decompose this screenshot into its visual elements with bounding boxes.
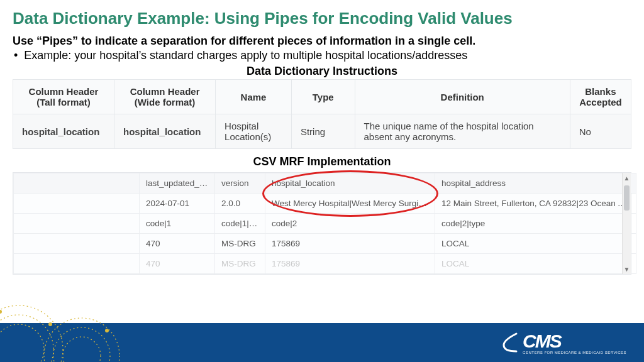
- dict-cell-type: String: [291, 114, 355, 149]
- csv-cell: code|2: [265, 214, 435, 234]
- dict-cell-definition: The unique name of the hospital location…: [355, 114, 570, 149]
- dict-th-blanks: Blanks Accepted: [570, 80, 631, 114]
- scroll-up-icon[interactable]: ▲: [623, 173, 631, 183]
- svg-point-6: [48, 322, 52, 326]
- footer-bar: CMS CENTERS FOR MEDICARE & MEDICAID SERV…: [0, 323, 644, 362]
- svg-point-1: [0, 315, 53, 362]
- dict-th-type: Type: [291, 80, 355, 114]
- csv-cell: code|1|type: [215, 214, 265, 234]
- csv-table: last_updated_on version hospital_locatio…: [13, 173, 636, 274]
- cms-logo: CMS CENTERS FOR MEDICARE & MEDICAID SERV…: [502, 331, 626, 354]
- csv-cell: 175869: [265, 254, 435, 274]
- dict-th-definition: Definition: [355, 80, 570, 114]
- csv-header-row: last_updated_on version hospital_locatio…: [14, 173, 636, 194]
- csv-th-version: version: [215, 173, 265, 194]
- dict-th-wide: Column Header (Wide format): [114, 80, 216, 114]
- csv-cell: [14, 254, 140, 274]
- scroll-down-icon[interactable]: ▼: [623, 264, 631, 274]
- dict-header-row: Column Header (Tall format) Column Heade…: [13, 80, 631, 114]
- example-bullet: • Example: your hospital’s standard char…: [13, 49, 631, 62]
- csv-cell: [14, 194, 140, 214]
- csv-th-hospital-address: hospital_address: [435, 173, 636, 194]
- csv-cell: LOCAL: [435, 234, 636, 254]
- csv-cell: MS-DRG: [215, 254, 265, 274]
- scrollbar-thumb[interactable]: [624, 185, 630, 211]
- csv-cell: 470: [140, 234, 215, 254]
- csv-cell: 175869: [265, 234, 435, 254]
- cms-logo-text: CMS: [523, 331, 561, 351]
- csv-th-last-updated: last_updated_on: [140, 173, 215, 194]
- table-row: 470 MS-DRG 175869 LOCAL: [14, 234, 636, 254]
- svg-point-5: [63, 337, 101, 362]
- csv-cell: 2024-07-01: [140, 194, 215, 214]
- csv-cell: LOCAL: [435, 254, 636, 274]
- subtitle-bold: Use “Pipes” to indicate a separation for…: [13, 35, 631, 48]
- cms-swoosh-icon: [502, 331, 519, 354]
- dict-cell-name: Hospital Location(s): [216, 114, 292, 149]
- csv-panel: last_updated_on version hospital_locatio…: [13, 172, 631, 275]
- csv-cell: 470: [140, 254, 215, 274]
- table-row: code|1 code|1|type code|2 code|2|type: [14, 214, 636, 234]
- dict-cell-blanks: No: [570, 114, 631, 149]
- csv-cell: 2.0.0: [215, 194, 265, 214]
- dict-row: hospital_location hospital_location Hosp…: [13, 114, 631, 149]
- csv-cell: code|1: [140, 214, 215, 234]
- dict-table-wrap: Column Header (Tall format) Column Heade…: [13, 79, 631, 149]
- table-row: 2024-07-01 2.0.0 West Mercy Hospital|Wes…: [14, 194, 636, 214]
- table-row: 470 MS-DRG 175869 LOCAL: [14, 254, 636, 274]
- section-label-dict: Data Dictionary Instructions: [13, 65, 631, 78]
- section-label-csv: CSV MRF Implementation: [13, 155, 631, 168]
- csv-cell: code|2|type: [435, 214, 636, 234]
- decor-circles-icon: [0, 293, 170, 362]
- page-title: Data Dictionary Example: Using Pipes for…: [13, 9, 631, 28]
- scrollbar[interactable]: ▲ ▼: [622, 173, 631, 274]
- svg-point-4: [53, 327, 110, 362]
- dict-cell-wide: hospital_location: [114, 114, 216, 149]
- dict-th-name: Name: [216, 80, 292, 114]
- svg-point-8: [105, 329, 109, 332]
- csv-cell: 12 Main Street, Fullerton, CA 92832|23 O…: [435, 194, 636, 214]
- cms-logo-sub: CENTERS FOR MEDICARE & MEDICAID SERVICES: [523, 351, 626, 354]
- csv-cell: [14, 234, 140, 254]
- csv-cell: West Mercy Hospital|West Mercy Surgical …: [265, 194, 435, 214]
- csv-th-blank: [14, 173, 140, 194]
- csv-cell: [14, 214, 140, 234]
- csv-th-hospital-location: hospital_location: [265, 173, 435, 194]
- csv-cell: MS-DRG: [215, 234, 265, 254]
- dict-cell-tall: hospital_location: [13, 114, 114, 149]
- svg-point-2: [0, 324, 44, 362]
- svg-point-7: [0, 310, 2, 314]
- dict-table: Column Header (Tall format) Column Heade…: [13, 79, 631, 149]
- dict-th-tall: Column Header (Tall format): [13, 80, 114, 114]
